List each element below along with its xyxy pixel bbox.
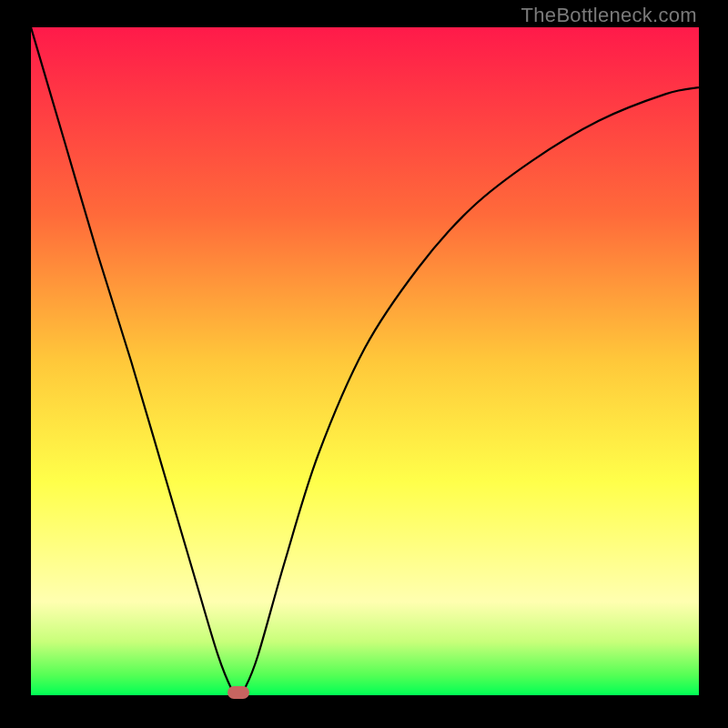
chart-container: TheBottleneck.com (0, 0, 728, 728)
watermark-text: TheBottleneck.com (521, 4, 697, 27)
plot-area (31, 27, 699, 695)
bottleneck-curve (31, 27, 699, 695)
minimum-marker (228, 686, 249, 699)
curve-layer (31, 27, 699, 695)
